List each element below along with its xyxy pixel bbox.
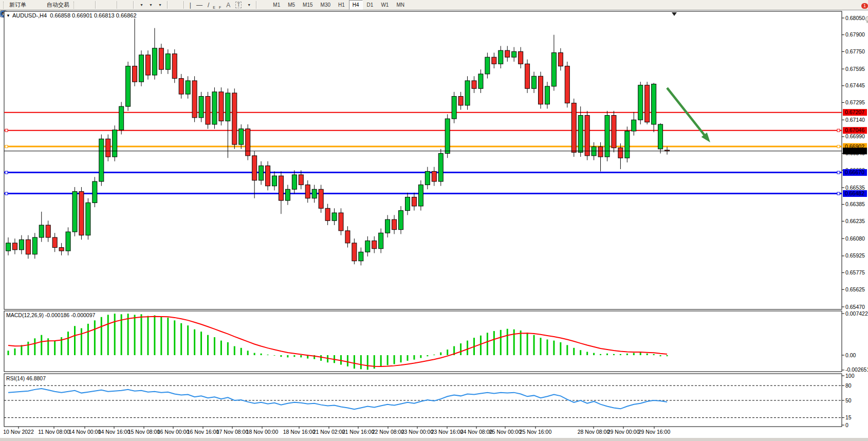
toolbar-grip	[73, 2, 76, 9]
svg-text:0.66990: 0.66990	[845, 133, 865, 139]
svg-text:0.67207: 0.67207	[845, 109, 864, 115]
fibonacci-tool-button[interactable]: F	[218, 0, 223, 10]
indicators-button[interactable]: ▼	[137, 0, 145, 10]
zoom-out-button[interactable]	[104, 0, 108, 10]
svg-text:11 Nov 08:00: 11 Nov 08:00	[38, 429, 70, 435]
timeframe-tab-H4[interactable]: H4	[349, 0, 363, 10]
notification-count-badge: 1	[861, 3, 868, 9]
svg-text:0.67295: 0.67295	[845, 99, 865, 105]
price-axis: 0.680500.679000.677500.675950.674450.672…	[842, 15, 865, 310]
terminal-window: 新订单 自动交易	[0, 0, 868, 441]
svg-text:0.67750: 0.67750	[845, 48, 865, 54]
timeframe-switcher: M1M5M15M30H1H4D1W1MN	[269, 0, 408, 10]
timeframe-tab-D1[interactable]: D1	[363, 0, 377, 10]
text-tool-button[interactable]: A	[224, 0, 232, 10]
auto-scroll-button[interactable]	[121, 0, 125, 10]
timeframe-tab-M15[interactable]: M15	[299, 0, 316, 10]
svg-text:0.65925: 0.65925	[845, 252, 865, 259]
svg-text:18 Nov 16:00: 18 Nov 16:00	[283, 429, 316, 435]
svg-text:23 Nov 00:00: 23 Nov 00:00	[401, 429, 434, 435]
cursor-tool-button[interactable]	[171, 0, 175, 10]
line-chart-mode-button[interactable]	[88, 0, 92, 10]
chevron-down-icon: ▼	[158, 3, 162, 7]
periods-button[interactable]: ▼	[146, 0, 155, 10]
sound-button[interactable]	[40, 0, 44, 10]
svg-text:50: 50	[845, 397, 852, 403]
svg-text:0.67900: 0.67900	[845, 31, 865, 38]
bar-chart-mode-button[interactable]	[78, 0, 82, 10]
macd-indicator-label: MACD(12,26,9) -0.000186 -0.000097	[6, 312, 95, 318]
svg-text:16 Nov 00:00: 16 Nov 00:00	[157, 429, 190, 435]
channel-tag: E	[213, 6, 215, 9]
svg-text:14 Nov 00:00: 14 Nov 00:00	[69, 429, 101, 435]
symbol-label: AUDUSD-,H4	[12, 12, 47, 19]
svg-text:15 Nov 08:00: 15 Nov 08:00	[128, 429, 160, 435]
svg-text:28 Nov 08:00: 28 Nov 08:00	[578, 429, 610, 435]
timeframe-tab-M5[interactable]: M5	[284, 0, 299, 10]
trendline-tool-button[interactable]: /	[206, 0, 211, 10]
chart-window-button[interactable]	[34, 0, 39, 10]
chart-title: ▼AUDUSD-,H4 0.66858 0.66901 0.66813 0.66…	[6, 12, 137, 19]
toolbar-separator	[256, 1, 257, 9]
svg-text:0: 0	[845, 422, 848, 428]
svg-text:0.67445: 0.67445	[845, 82, 865, 88]
toolbar-separator	[95, 1, 96, 9]
svg-text:0.65775: 0.65775	[845, 269, 865, 275]
auto-trading-button[interactable]: 自动交易	[45, 0, 71, 10]
chart-canvas[interactable]: 0.680500.679000.677500.675950.674450.672…	[0, 10, 868, 441]
text-label-icon: T	[235, 2, 242, 8]
toolbar: 新订单 自动交易	[0, 0, 868, 10]
svg-text:0.67046: 0.67046	[845, 127, 864, 133]
svg-text:21 Nov 16:00: 21 Nov 16:00	[342, 429, 375, 435]
svg-text:0.67595: 0.67595	[845, 66, 865, 72]
svg-text:25 Nov 16:00: 25 Nov 16:00	[520, 429, 552, 435]
time-axis: 10 Nov 202211 Nov 08:0014 Nov 00:0014 No…	[3, 427, 670, 435]
timeframe-tab-M1[interactable]: M1	[269, 0, 284, 10]
ohlc-values: 0.66858 0.66901 0.66813 0.66862	[50, 12, 136, 19]
svg-text:100: 100	[845, 373, 855, 379]
vertical-line-icon: |	[190, 2, 191, 8]
vertical-line-tool-button[interactable]: |	[188, 0, 193, 10]
chevron-down-icon: ▼	[247, 3, 251, 7]
tile-windows-button[interactable]	[109, 0, 114, 10]
chevron-down-icon: ▼	[149, 3, 153, 7]
svg-text:0.65470: 0.65470	[845, 304, 865, 310]
svg-text:22 Nov 08:00: 22 Nov 08:00	[372, 429, 404, 435]
toolbar-separator	[183, 1, 184, 9]
horizontal-line-tool-button[interactable]: —	[194, 0, 205, 10]
arrows-tool-button[interactable]: ▼	[245, 0, 253, 10]
timeframe-tab-H1[interactable]: H1	[335, 0, 348, 10]
eraser-button[interactable]	[29, 0, 33, 10]
svg-text:0.67140: 0.67140	[845, 117, 865, 123]
templates-button[interactable]: ▼	[156, 0, 164, 10]
svg-text:0.66670: 0.66670	[845, 169, 864, 175]
svg-text:29 Nov 16:00: 29 Nov 16:00	[638, 429, 671, 435]
svg-text:0.007422: 0.007422	[845, 310, 868, 317]
channel-tool-button[interactable]: E	[212, 0, 217, 10]
svg-text:0.66482: 0.66482	[845, 190, 864, 196]
svg-text:17 Nov 08:00: 17 Nov 08:00	[216, 429, 249, 435]
svg-text:0.66385: 0.66385	[845, 201, 865, 207]
new-order-label: 新订单	[9, 1, 26, 9]
toolbar-separator	[117, 1, 118, 9]
svg-text:0.00: 0.00	[845, 352, 856, 358]
timeframe-tab-W1[interactable]: W1	[377, 0, 392, 10]
collapse-triangle-icon[interactable]: ▼	[6, 13, 10, 18]
text-label-tool-button[interactable]: T	[233, 0, 244, 10]
toolbar-grip	[3, 2, 5, 9]
timeframe-tab-MN[interactable]: MN	[393, 0, 408, 10]
crosshair-tool-button[interactable]	[176, 0, 180, 10]
candlestick-mode-button[interactable]	[83, 0, 87, 10]
svg-text:14 Nov 16:00: 14 Nov 16:00	[98, 429, 131, 435]
zoom-in-button[interactable]	[99, 0, 103, 10]
trendline-icon: /	[208, 2, 209, 8]
svg-text:24 Nov 08:00: 24 Nov 08:00	[460, 429, 493, 435]
new-order-button[interactable]: 新订单	[7, 0, 28, 10]
svg-text:21 Nov 02:00: 21 Nov 02:00	[313, 429, 345, 435]
svg-text:10 Nov 2022: 10 Nov 2022	[3, 429, 34, 435]
svg-text:15: 15	[845, 414, 852, 420]
toolbar-separator	[133, 1, 134, 9]
toolbar-separator	[167, 1, 168, 9]
timeframe-tab-M30[interactable]: M30	[317, 0, 334, 10]
chart-shift-button[interactable]	[126, 0, 130, 10]
